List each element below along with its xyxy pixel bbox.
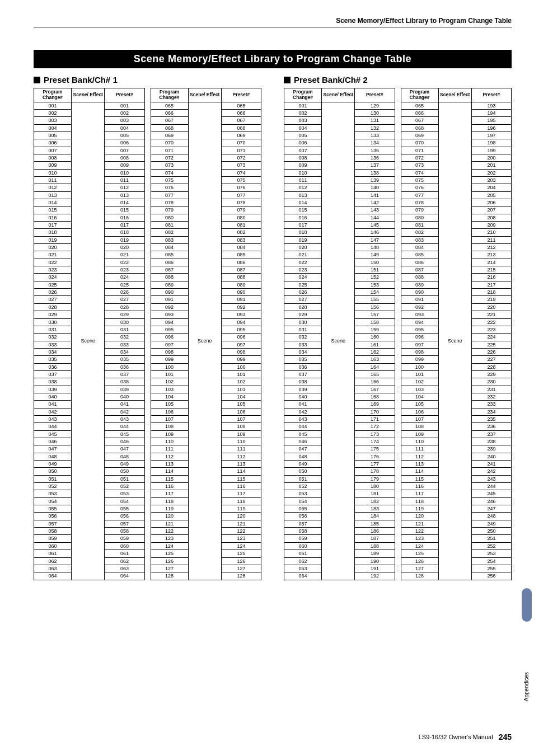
program-change-table: Program Change#Scene/ EffectPreset#001Sc…: [34, 88, 145, 580]
cell-program-change: 122: [151, 528, 188, 535]
cell-preset: 234: [471, 408, 511, 415]
cell-program-change: 112: [151, 453, 188, 460]
cell-preset: 228: [471, 363, 511, 370]
cell-preset: 112: [221, 453, 261, 460]
cell-program-change: 075: [401, 176, 438, 184]
cell-preset: 146: [355, 229, 395, 236]
cell-preset: 202: [471, 169, 511, 176]
cell-program-change: 025: [34, 281, 72, 288]
cell-program-change: 049: [284, 461, 322, 468]
cell-preset: 031: [105, 326, 144, 333]
cell-program-change: 037: [284, 370, 322, 378]
cell-preset: 136: [355, 154, 395, 161]
cell-preset: 219: [471, 296, 511, 303]
footer: LS9-16/32 Owner's Manual 245: [419, 732, 512, 741]
bank-2-table-b-wrap: Program Change#Scene/ EffectPreset#065Sc…: [401, 88, 512, 580]
cell-program-change: 018: [284, 229, 322, 236]
cell-preset: 143: [355, 206, 395, 214]
cell-preset: 038: [105, 378, 144, 386]
cell-preset: 027: [105, 296, 144, 303]
bank-1-table-a-wrap: Program Change#Scene/ EffectPreset#001Sc…: [34, 88, 145, 580]
cell-program-change: 008: [34, 154, 72, 161]
cell-preset: 098: [221, 348, 261, 355]
cell-program-change: 079: [401, 206, 438, 214]
cell-preset: 166: [355, 378, 395, 386]
cell-program-change: 124: [401, 542, 438, 550]
cell-preset: 113: [221, 461, 261, 468]
cell-program-change: 080: [151, 214, 188, 221]
cell-preset: 249: [471, 520, 511, 527]
cell-preset: 187: [355, 535, 395, 542]
cell-preset: 086: [221, 259, 261, 266]
cell-preset: 121: [221, 520, 261, 527]
cell-preset: 132: [355, 124, 395, 132]
cell-program-change: 069: [401, 132, 438, 139]
cell-program-change: 041: [34, 401, 72, 408]
cell-program-change: 108: [401, 423, 438, 430]
cell-preset: 253: [471, 550, 511, 557]
cell-preset: 072: [221, 154, 261, 161]
cell-program-change: 109: [401, 430, 438, 438]
cell-preset: 081: [221, 222, 261, 229]
cell-program-change: 073: [401, 162, 438, 169]
cell-program-change: 060: [284, 542, 322, 550]
cell-program-change: 034: [34, 348, 72, 355]
cell-program-change: 052: [284, 483, 322, 490]
cell-scene-effect: Scene: [72, 102, 105, 580]
cell-program-change: 087: [151, 266, 188, 274]
table-row: 001Scene001: [34, 102, 145, 109]
cell-preset: 212: [471, 244, 511, 251]
cell-program-change: 085: [151, 251, 188, 259]
cell-preset: 243: [471, 475, 511, 482]
cell-preset: 111: [221, 445, 261, 453]
cell-preset: 070: [221, 139, 261, 147]
cell-program-change: 030: [284, 318, 322, 326]
cell-preset: 133: [355, 132, 395, 139]
cell-preset: 141: [355, 191, 395, 199]
cell-program-change: 026: [284, 289, 322, 296]
cell-program-change: 039: [284, 386, 322, 393]
cell-preset: 039: [105, 386, 144, 393]
cell-preset: 085: [221, 251, 261, 259]
cell-preset: 191: [355, 565, 395, 572]
table-row: 001Scene129: [284, 102, 395, 109]
cell-program-change: 022: [34, 259, 72, 266]
cell-preset: 001: [105, 102, 144, 109]
cell-preset: 007: [105, 147, 144, 154]
cell-program-change: 101: [151, 370, 188, 378]
cell-program-change: 107: [401, 415, 438, 422]
cell-program-change: 077: [401, 191, 438, 199]
cell-program-change: 121: [151, 520, 188, 527]
cell-preset: 012: [105, 184, 144, 191]
cell-program-change: 001: [34, 102, 72, 109]
cell-preset: 209: [471, 222, 511, 229]
cell-program-change: 094: [151, 318, 188, 326]
cell-preset: 213: [471, 251, 511, 259]
cell-program-change: 038: [284, 378, 322, 386]
cell-program-change: 105: [151, 401, 188, 408]
cell-preset: 151: [355, 266, 395, 274]
cell-preset: 108: [221, 423, 261, 430]
cell-program-change: 123: [401, 535, 438, 542]
col-header: Program Change#: [284, 88, 322, 102]
cell-preset: 224: [471, 334, 511, 341]
cell-program-change: 006: [34, 139, 72, 147]
cell-preset: 197: [471, 132, 511, 139]
cell-program-change: 119: [151, 505, 188, 513]
cell-preset: 083: [221, 236, 261, 243]
col-header: Program Change#: [34, 88, 72, 102]
cell-program-change: 084: [401, 244, 438, 251]
cell-program-change: 097: [151, 341, 188, 348]
cell-preset: 110: [221, 438, 261, 445]
cell-preset: 206: [471, 199, 511, 206]
cell-program-change: 046: [34, 438, 72, 445]
cell-preset: 116: [221, 483, 261, 490]
cell-preset: 137: [355, 162, 395, 169]
cell-program-change: 009: [284, 162, 322, 169]
cell-preset: 017: [105, 222, 144, 229]
cell-preset: 037: [105, 370, 144, 378]
cell-program-change: 044: [34, 423, 72, 430]
cell-program-change: 088: [151, 274, 188, 281]
cell-preset: 172: [355, 423, 395, 430]
cell-program-change: 052: [34, 483, 72, 490]
